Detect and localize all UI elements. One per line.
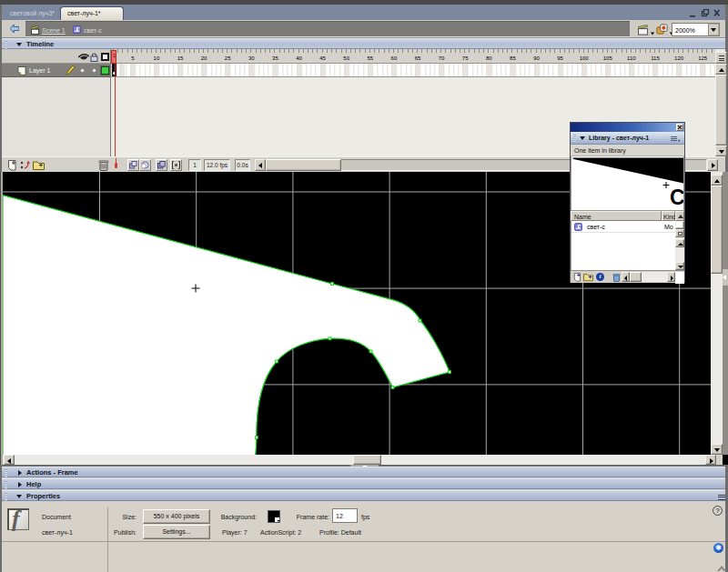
svg-text:C: C [670,186,683,209]
